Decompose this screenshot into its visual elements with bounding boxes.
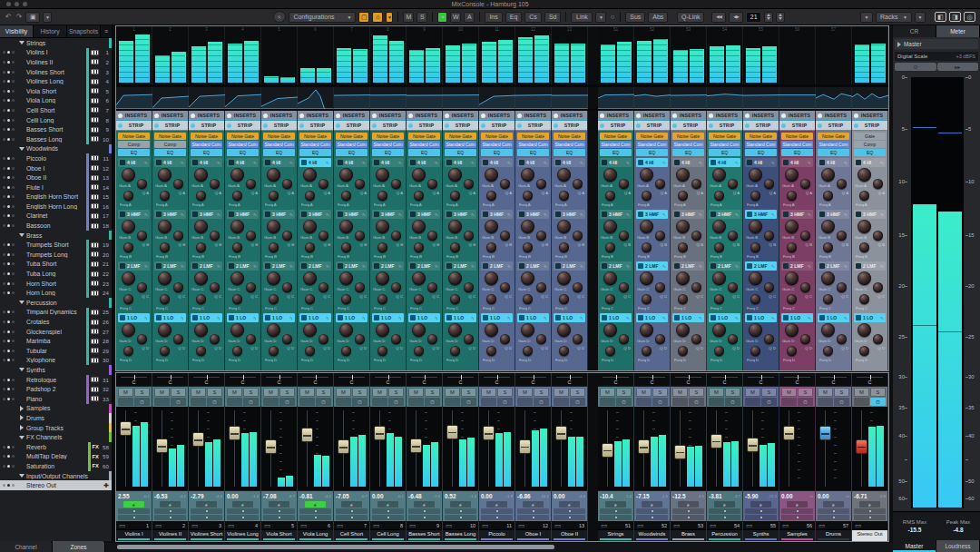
strip-rack-header[interactable]: STRIP: [225, 121, 260, 131]
freq-knob[interactable]: [605, 346, 615, 356]
solo-button[interactable]: S: [689, 388, 704, 397]
freq-knob[interactable]: [160, 191, 170, 201]
gain-knob[interactable]: [521, 323, 534, 337]
eq-band-header[interactable]: 3 HMF∿: [709, 210, 740, 219]
freq-knob[interactable]: [642, 242, 652, 252]
track-row[interactable]: Piano33: [0, 394, 112, 404]
gain-knob[interactable]: [640, 271, 653, 285]
solo-button[interactable]: S: [243, 388, 259, 397]
strip-slot-eq[interactable]: EQ: [818, 149, 849, 156]
gain-knob[interactable]: [821, 271, 835, 285]
eq-curve-cell[interactable]: [334, 87, 370, 109]
eq-band-header[interactable]: 2 LMF∿: [672, 261, 704, 271]
q-knob[interactable]: [318, 179, 328, 189]
band-power-icon[interactable]: [446, 212, 452, 217]
eq-band-header[interactable]: 3 HMF∿: [154, 210, 186, 219]
track-row[interactable]: Viola Long6: [0, 96, 112, 106]
band-power-icon[interactable]: [374, 315, 379, 320]
pan-control[interactable]: C: [743, 373, 779, 387]
freq-knob[interactable]: [642, 294, 652, 304]
function-button[interactable]: [745, 515, 777, 520]
inserts-rack-header[interactable]: INSERTS: [671, 111, 706, 121]
gain-knob[interactable]: [557, 168, 571, 182]
fader-handle[interactable]: [483, 426, 495, 440]
strip-slot-std[interactable]: Standard Com: [672, 141, 704, 148]
q-knob[interactable]: [173, 179, 183, 189]
gain-knob[interactable]: [485, 323, 498, 337]
pan-control[interactable]: C: [370, 373, 406, 387]
q-knob[interactable]: [655, 179, 665, 189]
strip-rack-header[interactable]: STRIP: [707, 121, 742, 131]
q-knob[interactable]: [619, 231, 629, 241]
freq-knob[interactable]: [859, 346, 869, 356]
edit-channel-button[interactable]: e: [750, 501, 771, 508]
eq-band-header[interactable]: 1 LO∿: [336, 313, 368, 322]
freq-knob[interactable]: [678, 191, 688, 201]
fader-handle[interactable]: [229, 426, 240, 440]
strip-rack-header[interactable]: STRIP: [116, 121, 152, 131]
solo-button[interactable]: S: [761, 388, 777, 397]
inserts-rack-header[interactable]: INSERTS: [707, 111, 742, 121]
function-button[interactable]: [372, 515, 404, 520]
eq-band-header[interactable]: 4 HI∿: [745, 158, 777, 167]
q-knob[interactable]: [728, 231, 738, 241]
eq-band-header[interactable]: 4 HI∿: [372, 158, 404, 167]
bypass-channelstrip-button[interactable]: Cs: [524, 12, 542, 23]
strip-slot-eq[interactable]: EQ: [154, 149, 186, 156]
freq-knob[interactable]: [823, 191, 833, 201]
eq-band-header[interactable]: 4 HI∿: [227, 158, 259, 167]
fader-handle[interactable]: [602, 443, 613, 458]
strip-slot-eq[interactable]: EQ: [227, 149, 259, 156]
eq-band-header[interactable]: 3 HMF∿: [263, 210, 295, 219]
strip-rack-header[interactable]: STRIP: [152, 121, 188, 131]
inserts-rack-header[interactable]: INSERTS: [852, 111, 887, 121]
channel-name[interactable]: Samples: [779, 529, 815, 541]
freq-knob[interactable]: [605, 191, 615, 201]
monitor-button[interactable]: ∅: [207, 398, 222, 406]
freq-knob[interactable]: [341, 242, 351, 252]
band-power-icon[interactable]: [555, 160, 561, 165]
q-knob[interactable]: [691, 231, 701, 241]
master-header[interactable]: Master: [895, 39, 978, 49]
gain-knob[interactable]: [122, 168, 135, 182]
eq-band-header[interactable]: 4 HI∿: [481, 158, 513, 167]
freq-knob[interactable]: [123, 346, 133, 356]
gain-knob[interactable]: [339, 271, 353, 285]
pan-control[interactable]: C: [189, 373, 224, 387]
strip-slot-std[interactable]: Standard Com: [481, 141, 513, 148]
inserts-rack-header[interactable]: INSERTS: [189, 111, 224, 121]
q-knob[interactable]: [536, 179, 546, 189]
eq-curve-cell[interactable]: [443, 87, 479, 109]
eq-curve-cell[interactable]: [779, 87, 816, 109]
q-knob[interactable]: [573, 334, 583, 344]
band-power-icon[interactable]: [856, 212, 861, 217]
gain-knob[interactable]: [230, 271, 244, 285]
gain-knob[interactable]: [821, 220, 835, 233]
monitor-button[interactable]: ∅: [689, 398, 704, 406]
pan-control[interactable]: C: [552, 373, 587, 387]
q-knob[interactable]: [691, 282, 701, 292]
edit-channel-button[interactable]: e: [714, 501, 735, 508]
listen-button[interactable]: [408, 398, 424, 406]
band-power-icon[interactable]: [338, 263, 343, 269]
q-knob[interactable]: [873, 282, 883, 292]
track-row[interactable]: Celli Short7: [0, 105, 112, 115]
strip-rack-header[interactable]: STRIP: [852, 121, 887, 131]
q-knob[interactable]: [173, 282, 183, 292]
eq-band-header[interactable]: 1 LO∿: [672, 313, 704, 322]
q-knob[interactable]: [573, 282, 583, 292]
eq-band-header[interactable]: 2 LMF∿: [154, 261, 186, 271]
eq-curve-cell[interactable]: [479, 87, 515, 109]
link-button[interactable]: Link: [571, 12, 593, 23]
function-button[interactable]: [263, 515, 295, 520]
recall-view-icon[interactable]: ⌂: [372, 12, 383, 23]
q-knob[interactable]: [391, 282, 401, 292]
strip-slot-comp[interactable]: Comp: [118, 141, 150, 148]
mute-button[interactable]: M: [263, 388, 279, 397]
q-knob[interactable]: [464, 179, 474, 189]
freq-knob[interactable]: [523, 294, 533, 304]
freq-knob[interactable]: [450, 191, 460, 201]
eq-band-header[interactable]: 3 HMF∿: [336, 210, 368, 219]
eq-band-header[interactable]: 1 LO∿: [118, 313, 150, 322]
track-row[interactable]: Horn Long24: [0, 288, 112, 298]
